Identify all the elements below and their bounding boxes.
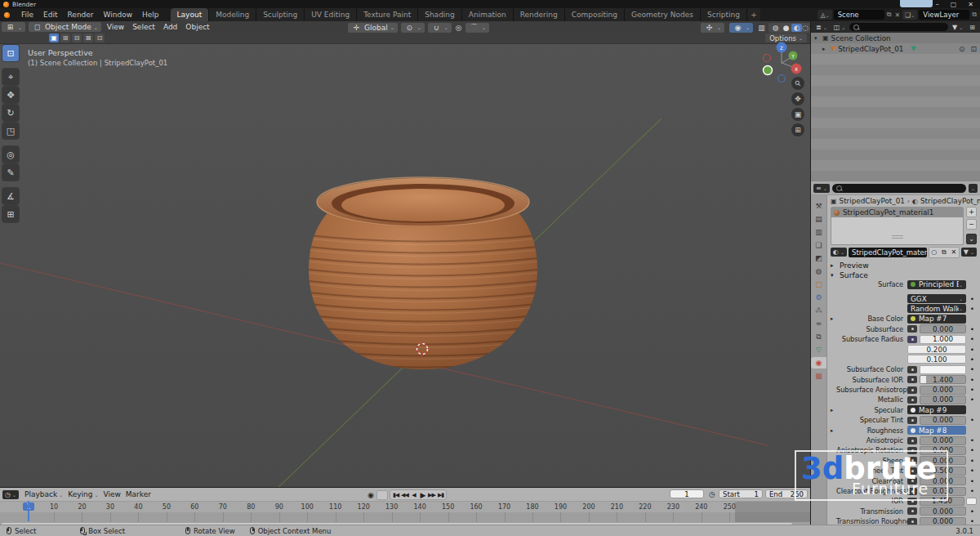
breadcrumb-material[interactable]: StripedClayPot_material1: [920, 197, 980, 205]
scene-selector[interactable]: Scene: [834, 10, 884, 20]
keyframe-dot[interactable]: [968, 446, 977, 454]
socket-toggle[interactable]: [907, 437, 917, 444]
disclosure-triangle-icon[interactable]: ▸: [822, 46, 828, 52]
camera-view-icon[interactable]: ▣: [791, 108, 804, 121]
disable-in-renders-icon[interactable]: ⊡: [970, 45, 977, 53]
keyframe-dot[interactable]: [968, 507, 977, 516]
menu-item[interactable]: Render: [63, 8, 99, 21]
slot-specials-button[interactable]: ⌄: [966, 234, 977, 244]
gizmos-toggle[interactable]: ✣⌄: [701, 23, 724, 33]
browse-material-button[interactable]: ◐⌄: [831, 248, 847, 257]
play-button[interactable]: ▶: [418, 490, 427, 499]
editor-type-button[interactable]: ≡⌄: [813, 184, 830, 193]
object-name[interactable]: StripedClayPot_01: [838, 45, 903, 53]
auto-key-toggle[interactable]: ◉: [366, 490, 375, 499]
stopwatch-icon[interactable]: ◷: [709, 490, 715, 498]
properties-tab[interactable]: [811, 305, 826, 316]
gizmo-minus-x-axis[interactable]: [764, 55, 771, 62]
viewport-3d[interactable]: ▣ ⊞ ⊟ ⊠ ⊡ Options⌄ User Perspective (1) …: [0, 33, 810, 487]
tool-button[interactable]: [2, 87, 19, 103]
workspace-tab[interactable]: Texture Paint: [357, 8, 418, 21]
properties-tab[interactable]: [811, 252, 826, 264]
viewport-menu-item[interactable]: Object: [181, 21, 213, 33]
clay-pot-object[interactable]: [309, 177, 537, 371]
keyframe-dot[interactable]: [968, 295, 977, 303]
keyframe-dot[interactable]: [966, 498, 977, 505]
properties-tab[interactable]: [811, 266, 826, 277]
tool-button[interactable]: [2, 146, 19, 163]
property-field[interactable]: 0.000 ⌄: [920, 517, 966, 525]
material-preview-shading-button[interactable]: ◐: [791, 24, 802, 32]
property-field[interactable]: Map #9 ⌄: [907, 405, 966, 414]
material-name-field[interactable]: StripedClayPot_material1: [849, 248, 927, 257]
keyframe-dot[interactable]: [968, 335, 977, 343]
new-viewlayer-icon[interactable]: ⧉: [971, 11, 978, 19]
keyframe-dot[interactable]: [968, 365, 977, 373]
proportional-edit-toggle[interactable]: ◎: [453, 24, 464, 32]
property-field[interactable]: 0.100 ⌄: [907, 355, 966, 364]
socket-toggle[interactable]: [907, 376, 917, 383]
workspace-tab[interactable]: UV Editing: [305, 8, 357, 21]
outliner-display-mode[interactable]: ≣⌄: [813, 23, 830, 32]
editor-type-button[interactable]: ⊞⌄: [2, 22, 25, 32]
keyframe-dot[interactable]: [968, 517, 977, 525]
tool-button[interactable]: [2, 188, 19, 204]
keyframe-dot[interactable]: [968, 305, 977, 313]
tool-button[interactable]: [2, 105, 19, 121]
jump-to-end-button[interactable]: ▶▮: [436, 490, 445, 499]
property-field[interactable]: 0.000 ⌄: [920, 386, 966, 395]
outliner-row-collection[interactable]: ▾ ▣ Scene Collection: [811, 33, 980, 43]
keyframe-dot[interactable]: [968, 487, 977, 495]
socket-toggle[interactable]: [907, 386, 917, 394]
outliner-restriction-toggle[interactable]: ◫⌄: [831, 23, 849, 32]
properties-tab[interactable]: [811, 213, 826, 225]
property-field[interactable]: ⌄: [920, 365, 966, 374]
list-resize-grip[interactable]: [892, 235, 903, 239]
workspace-tab[interactable]: Animation: [462, 8, 514, 21]
select-mode-invert-button[interactable]: ⊠: [83, 34, 93, 42]
viewport-menu-item[interactable]: Select: [128, 21, 159, 33]
viewlayer-icon[interactable]: ❏⌄: [902, 10, 917, 20]
menu-item[interactable]: Window: [99, 8, 138, 21]
timeline-menu-item[interactable]: Playback⌄: [22, 490, 65, 498]
surface-panel-header[interactable]: ▾ Surface: [831, 270, 977, 279]
keyframe-dot[interactable]: [968, 386, 977, 394]
add-workspace-button[interactable]: +: [747, 8, 760, 21]
new-collection-button[interactable]: ⊞: [967, 23, 978, 32]
menu-item[interactable]: File: [16, 8, 38, 21]
fake-user-button[interactable]: ○: [929, 248, 939, 256]
workspace-tab[interactable]: Scripting: [701, 8, 747, 21]
mode-selector[interactable]: ◻Object Mode⌄: [29, 22, 101, 32]
minimize-button[interactable]: –: [936, 1, 939, 8]
property-field[interactable]: 0.000 ⌄: [920, 507, 966, 516]
falloff-selector[interactable]: ⌒⌄: [466, 23, 489, 33]
keyframe-dot[interactable]: [968, 436, 977, 444]
property-field[interactable]: Principled BSDF ⌄: [907, 280, 966, 289]
new-material-button[interactable]: ⧉: [939, 248, 949, 257]
scene-icon[interactable]: ◬⌄: [817, 10, 831, 20]
properties-tab[interactable]: [811, 239, 826, 251]
outliner-row-object[interactable]: ▸ ▼ StripedClayPot_01 ▼ ⊙ ⊡: [811, 43, 980, 54]
keyframe-dot[interactable]: [968, 395, 977, 404]
property-field[interactable]: 0.000 ⌄: [920, 416, 966, 425]
snap-toggle[interactable]: ∪⌄: [428, 23, 452, 33]
keyframe-dot[interactable]: [968, 376, 977, 384]
gizmo-minus-z-axis[interactable]: [778, 75, 786, 83]
sync-toggle[interactable]: [376, 490, 388, 500]
viewport-menu-item[interactable]: Add: [159, 21, 181, 33]
expand-icon[interactable]: ▸: [831, 315, 836, 322]
material-slot-list[interactable]: StripedClayPot_material1: [831, 207, 964, 245]
keyframe-dot[interactable]: [968, 457, 977, 465]
socket-toggle[interactable]: [907, 518, 917, 525]
new-scene-icon[interactable]: ⧉: [886, 11, 893, 19]
workspace-tab[interactable]: Shading: [418, 8, 462, 21]
material-slot-active[interactable]: StripedClayPot_material1: [831, 208, 963, 217]
properties-tab[interactable]: [811, 318, 826, 329]
timeline-ruler[interactable]: 1 10203040506070809010011012013014015016…: [0, 501, 810, 512]
viewport-menu-item[interactable]: View: [103, 21, 128, 33]
overlays-toggle[interactable]: ◉⌄: [729, 23, 753, 33]
keyframe-dot[interactable]: [968, 325, 977, 333]
maximize-button[interactable]: ▢: [951, 1, 957, 8]
property-field[interactable]: 1.000 ⌄: [920, 335, 966, 344]
workspace-tab[interactable]: Compositing: [565, 8, 625, 21]
